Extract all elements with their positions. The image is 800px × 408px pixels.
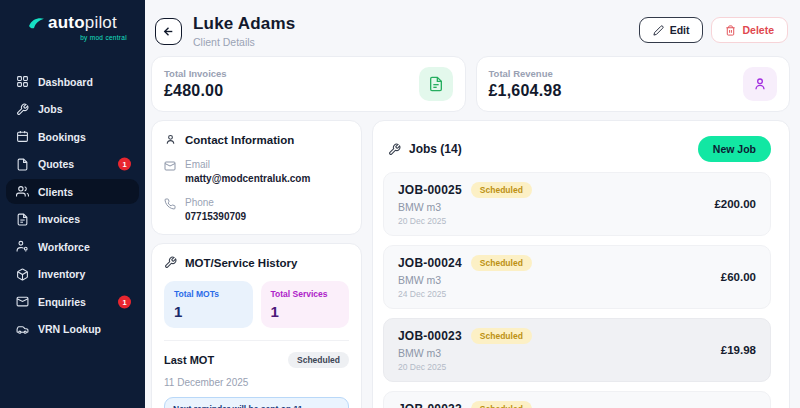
left-column: Contact Information Email matty@modcentr…: [151, 120, 362, 408]
job-price: £19.98: [721, 344, 756, 356]
job-status-badge: Scheduled: [471, 182, 532, 198]
sidebar-item-label: Bookings: [38, 131, 86, 143]
total-services-label: Total Services: [271, 289, 340, 299]
jobs-header: Jobs (14) New Job: [383, 130, 771, 172]
job-id: JOB-00023: [398, 329, 462, 343]
car-icon: [16, 323, 29, 336]
phone-label: Phone: [185, 197, 246, 208]
job-price: £200.00: [714, 198, 756, 210]
total-mots-label: Total MOTs: [174, 289, 243, 299]
total-revenue-card: Total Revenue £1,604.98: [476, 56, 791, 112]
arrow-left-icon: [162, 25, 175, 38]
sidebar-item-vrn-lookup[interactable]: VRN Lookup: [6, 317, 139, 342]
phone-value: 07715390709: [185, 211, 246, 222]
back-button[interactable]: [155, 18, 182, 45]
phone-row: Phone 07715390709: [164, 197, 349, 222]
sidebar-nav: Dashboard Jobs Bookings Quotes 1 Clients: [0, 69, 145, 344]
sidebar-item-label: Inventory: [38, 268, 85, 280]
edit-button[interactable]: Edit: [639, 17, 704, 43]
sidebar-item-bookings[interactable]: Bookings: [6, 124, 139, 149]
inventory-icon: [16, 268, 29, 281]
total-mots-box: Total MOTs 1: [164, 281, 253, 328]
page-header: Luke Adams Client Details Edit Delete: [151, 12, 790, 56]
page-title: Luke Adams: [193, 14, 295, 34]
last-mot-date: 11 December 2025: [164, 377, 349, 388]
email-value: matty@modcentraluk.com: [185, 173, 310, 184]
job-row-00023[interactable]: JOB-00023 Scheduled BMW m3 20 Dec 2025 £…: [383, 318, 771, 382]
delete-button[interactable]: Delete: [711, 17, 788, 43]
sidebar-item-clients[interactable]: Clients: [6, 179, 139, 204]
logo-tagline: by mod central: [12, 34, 133, 41]
job-date: 20 Dec 2025: [398, 216, 532, 226]
clients-icon: [16, 185, 29, 198]
sidebar-item-label: Enquiries: [38, 296, 86, 308]
sidebar-item-label: Jobs: [38, 103, 63, 115]
job-vehicle: BMW m3: [398, 274, 532, 286]
email-label: Email: [185, 159, 310, 170]
sidebar-item-label: Workforce: [38, 241, 90, 253]
total-invoices-label: Total Invoices: [164, 68, 227, 79]
job-id: JOB-00024: [398, 256, 462, 270]
sidebar-item-jobs[interactable]: Jobs: [6, 97, 139, 122]
sidebar-item-dashboard[interactable]: Dashboard: [6, 69, 139, 94]
total-revenue-value: £1,604.98: [489, 82, 562, 100]
sidebar-item-label: Quotes: [38, 158, 74, 170]
wrench-icon: [16, 103, 29, 116]
reminder-note: Next reminder will be sent on 11 Novembe…: [164, 397, 349, 408]
job-id: JOB-00025: [398, 183, 462, 197]
last-mot-label: Last MOT: [164, 354, 214, 366]
job-status-badge: Scheduled: [471, 328, 532, 344]
job-status-badge: Scheduled: [471, 255, 532, 271]
job-date: 20 Dec 2025: [398, 362, 532, 372]
mail-icon: [16, 295, 29, 308]
logo-text: autopilot: [48, 13, 117, 33]
total-invoices-card: Total Invoices £480.00: [151, 56, 466, 112]
main-content: Luke Adams Client Details Edit Delete To: [145, 0, 800, 408]
mot-card-title: MOT/Service History: [185, 257, 297, 269]
email-row: Email matty@modcentraluk.com: [164, 159, 349, 184]
sidebar-item-enquiries[interactable]: Enquiries 1: [6, 289, 139, 314]
sidebar-item-workforce[interactable]: Workforce: [6, 234, 139, 259]
sidebar-item-label: VRN Lookup: [38, 323, 101, 335]
pencil-icon: [653, 25, 664, 36]
person-icon: [743, 67, 777, 101]
job-row-00022[interactable]: JOB-00022 Scheduled BMW m3 19 Dec 2025 £…: [383, 391, 771, 408]
sidebar-item-label: Clients: [38, 186, 73, 198]
jobs-title: Jobs (14): [409, 142, 462, 156]
sidebar-item-invoices[interactable]: Invoices: [6, 207, 139, 232]
dashboard-icon: [16, 75, 29, 88]
total-revenue-label: Total Revenue: [489, 68, 562, 79]
total-services-box: Total Services 1: [261, 281, 350, 328]
phone-icon: [164, 198, 176, 210]
job-vehicle: BMW m3: [398, 201, 532, 213]
quotes-badge: 1: [118, 158, 131, 171]
new-job-button[interactable]: New Job: [698, 136, 771, 162]
app-window: autopilot by mod central Dashboard Jobs …: [0, 0, 800, 408]
contact-information-card: Contact Information Email matty@modcentr…: [151, 120, 362, 235]
wrench-icon: [164, 256, 177, 269]
total-mots-value: 1: [174, 303, 243, 320]
sidebar-item-inventory[interactable]: Inventory: [6, 262, 139, 287]
jobs-panel: Jobs (14) New Job JOB-00025 Scheduled BM…: [372, 120, 790, 408]
last-mot-row: Last MOT Scheduled: [164, 340, 349, 368]
autopilot-logo-icon: [28, 16, 45, 31]
invoice-icon: [16, 213, 29, 226]
job-status-badge: Scheduled: [471, 401, 532, 408]
job-id: JOB-00022: [398, 402, 462, 408]
sidebar-item-quotes[interactable]: Quotes 1: [6, 152, 139, 177]
sidebar-item-label: Invoices: [38, 213, 80, 225]
total-invoices-value: £480.00: [164, 82, 227, 100]
quote-icon: [16, 158, 29, 171]
app-logo: autopilot by mod central: [0, 0, 145, 47]
person-icon: [164, 133, 177, 146]
sidebar-item-label: Dashboard: [38, 76, 93, 88]
enquiries-badge: 1: [118, 295, 131, 308]
trash-icon: [725, 25, 736, 36]
last-mot-status-badge: Scheduled: [288, 352, 349, 368]
total-services-value: 1: [271, 303, 340, 320]
mot-stats-row: Total MOTs 1 Total Services 1: [164, 281, 349, 328]
content-row: Contact Information Email matty@modcentr…: [151, 120, 790, 408]
job-row-00025[interactable]: JOB-00025 Scheduled BMW m3 20 Dec 2025 £…: [383, 172, 771, 236]
job-row-00024[interactable]: JOB-00024 Scheduled BMW m3 24 Dec 2025 £…: [383, 245, 771, 309]
job-vehicle: BMW m3: [398, 347, 532, 359]
